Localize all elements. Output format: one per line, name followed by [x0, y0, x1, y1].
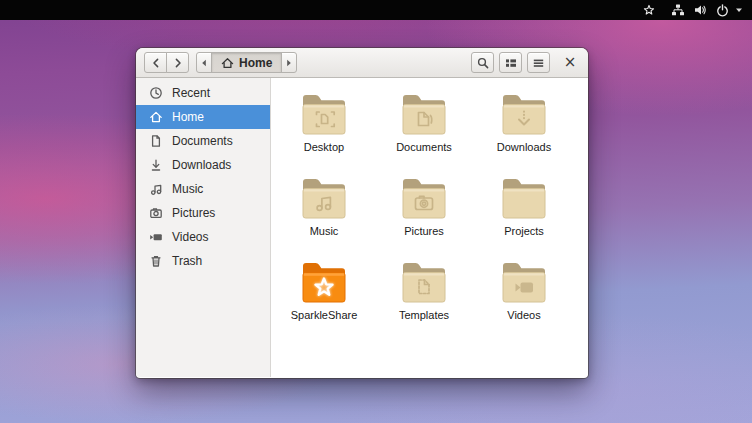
sidebar-item-home[interactable]: Home [136, 105, 270, 129]
breadcrumb-label: Home [239, 56, 272, 70]
file-label: Desktop [304, 141, 344, 153]
view-toggle-button[interactable] [499, 52, 522, 73]
recent-icon [148, 86, 163, 100]
power-icon[interactable] [716, 0, 729, 20]
folder-icon [299, 92, 349, 138]
music-icon [148, 182, 163, 196]
folder-desktop[interactable]: Desktop [274, 92, 374, 176]
sidebar-item-recent[interactable]: Recent [136, 81, 270, 105]
sidebar-item-videos[interactable]: Videos [136, 225, 270, 249]
file-label: Templates [399, 309, 449, 321]
folder-icon [299, 176, 349, 222]
document-icon [148, 134, 163, 148]
file-label: Downloads [497, 141, 551, 153]
folder-pictures[interactable]: Pictures [374, 176, 474, 260]
hamburger-icon [533, 57, 544, 69]
folder-icon [299, 260, 349, 306]
folder-downloads[interactable]: Downloads [474, 92, 574, 176]
folder-videos[interactable]: Videos [474, 260, 574, 344]
triangle-right-icon [286, 59, 292, 67]
file-label: Projects [504, 225, 544, 237]
sidebar-item-documents[interactable]: Documents [136, 129, 270, 153]
volume-icon[interactable] [694, 0, 707, 20]
file-view: Desktop Documents [271, 78, 588, 377]
folder-icon [399, 92, 449, 138]
gnome-top-bar [0, 0, 752, 20]
close-button[interactable]: × [560, 52, 580, 73]
sidebar-item-downloads[interactable]: Downloads [136, 153, 270, 177]
folder-icon [399, 260, 449, 306]
sidebar-label: Recent [172, 86, 210, 100]
chevron-down-icon[interactable] [735, 0, 743, 20]
back-button[interactable] [144, 52, 167, 73]
search-button[interactable] [471, 52, 494, 73]
sidebar-label: Documents [172, 134, 233, 148]
download-icon [148, 158, 163, 172]
headerbar: Home × [136, 48, 588, 78]
sidebar-label: Downloads [172, 158, 231, 172]
breadcrumb-next-button[interactable] [281, 52, 297, 73]
folder-icon [399, 176, 449, 222]
sidebar-item-trash[interactable]: Trash [136, 249, 270, 273]
triangle-left-icon [201, 59, 207, 67]
folder-documents[interactable]: Documents [374, 92, 474, 176]
sidebar-label: Pictures [172, 206, 215, 220]
icon-grid: Desktop Documents [271, 78, 588, 344]
sidebar-label: Videos [172, 230, 208, 244]
trash-icon [148, 254, 163, 268]
folder-icon [499, 176, 549, 222]
file-label: Videos [507, 309, 540, 321]
home-icon [148, 110, 163, 124]
video-icon [148, 230, 163, 244]
folder-sparkleshare[interactable]: SparkleShare [274, 260, 374, 344]
camera-icon [148, 206, 163, 220]
file-label: Pictures [404, 225, 444, 237]
sidebar-item-music[interactable]: Music [136, 177, 270, 201]
search-icon [477, 57, 489, 69]
files-window: Home × Recent [136, 48, 588, 378]
sidebar: Recent Home Documents Downloads Music Pi… [136, 78, 271, 377]
folder-icon [499, 260, 549, 306]
breadcrumb: Home [196, 52, 297, 73]
folder-music[interactable]: Music [274, 176, 374, 260]
network-workgroup-icon[interactable] [671, 0, 685, 20]
sidebar-label: Home [172, 110, 204, 124]
menu-button[interactable] [527, 52, 550, 73]
file-label: Music [310, 225, 339, 237]
home-icon [221, 57, 234, 69]
folder-projects[interactable]: Projects [474, 176, 574, 260]
breadcrumb-prev-button[interactable] [196, 52, 212, 73]
sidebar-item-pictures[interactable]: Pictures [136, 201, 270, 225]
folder-templates[interactable]: Templates [374, 260, 474, 344]
star-icon[interactable] [643, 0, 655, 20]
folder-icon [499, 92, 549, 138]
headerbar-actions: × [471, 52, 580, 73]
file-label: SparkleShare [291, 309, 358, 321]
nav-buttons [144, 52, 189, 73]
sidebar-label: Trash [172, 254, 202, 268]
sidebar-label: Music [172, 182, 203, 196]
file-label: Documents [396, 141, 452, 153]
view-grid-icon [505, 57, 517, 69]
forward-button[interactable] [166, 52, 189, 73]
breadcrumb-home-button[interactable]: Home [211, 52, 282, 73]
